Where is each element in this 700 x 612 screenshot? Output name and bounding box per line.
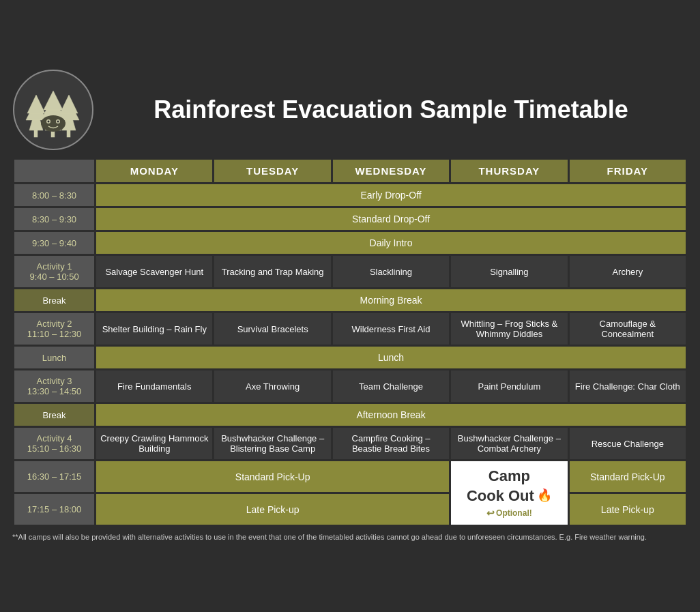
cookout-text: Cook Out bbox=[467, 486, 534, 506]
cell-activity4-wednesday: Campfire Cooking – Beastie Bread Bites bbox=[333, 428, 449, 459]
row-activity3: Activity 3 13:30 – 14:50 Fire Fundamenta… bbox=[14, 370, 686, 402]
camp-cookout-cell: Camp Cook Out 🔥 ↩ Optional! bbox=[451, 461, 567, 525]
time-break2: Break bbox=[14, 404, 94, 426]
camp-cookout-title: Camp bbox=[488, 467, 530, 486]
cell-activity1-tuesday: Tracking and Trap Making bbox=[214, 256, 330, 287]
time-activity4: Activity 4 15:10 – 16:30 bbox=[14, 428, 94, 459]
cell-activity3-friday: Fire Challenge: Char Cloth bbox=[570, 370, 686, 402]
cell-activity2-tuesday: Survival Bracelets bbox=[214, 313, 330, 345]
time-early-dropoff: 8:00 – 8:30 bbox=[14, 184, 94, 206]
row-lunch: Lunch Lunch bbox=[14, 347, 686, 368]
wednesday-header: WEDNESDAY bbox=[333, 160, 449, 182]
camp-cookout-content: Camp Cook Out 🔥 ↩ Optional! bbox=[455, 467, 563, 519]
cell-activity3-tuesday: Axe Throwing bbox=[214, 370, 330, 402]
cell-standard-dropoff: Standard Drop-Off bbox=[96, 208, 686, 230]
cell-afternoon-break: Afternoon Break bbox=[96, 404, 686, 426]
cell-activity3-wednesday: Team Challenge bbox=[333, 370, 449, 402]
row-activity1: Activity 1 9:40 – 10:50 Salvage Scavenge… bbox=[14, 256, 686, 287]
logo bbox=[12, 69, 94, 151]
svg-point-16 bbox=[48, 121, 50, 123]
cell-daily-intro: Daily Intro bbox=[96, 232, 686, 254]
time-activity1: Activity 1 9:40 – 10:50 bbox=[14, 256, 94, 287]
thursday-header: THURSDAY bbox=[451, 160, 567, 182]
cell-activity4-monday: Creepy Crawling Hammock Building bbox=[96, 428, 212, 459]
cell-activity3-monday: Fire Fundamentals bbox=[96, 370, 212, 402]
header: Rainforest Evacuation Sample Timetable bbox=[12, 69, 688, 151]
camp-text: Camp bbox=[488, 467, 530, 486]
camp-cookout-subtitle: Cook Out 🔥 bbox=[467, 486, 552, 506]
time-activity3: Activity 3 13:30 – 14:50 bbox=[14, 370, 94, 402]
cell-late-pickup-right: Late Pick-up bbox=[570, 494, 686, 525]
time-standard-dropoff: 8:30 – 9:30 bbox=[14, 208, 94, 230]
footnote: **All camps will also be provided with a… bbox=[12, 532, 688, 542]
row-standard-dropoff: 8:30 – 9:30 Standard Drop-Off bbox=[14, 208, 686, 230]
cell-activity2-wednesday: Wilderness First Aid bbox=[333, 313, 449, 345]
cell-activity1-monday: Salvage Scavenger Hunt bbox=[96, 256, 212, 287]
time-column-header bbox=[14, 160, 94, 182]
tuesday-header: TUESDAY bbox=[214, 160, 330, 182]
cell-activity4-tuesday: Bushwhacker Challenge – Blistering Base … bbox=[214, 428, 330, 459]
cell-activity3-thursday: Paint Pendulum bbox=[451, 370, 567, 402]
cell-activity2-thursday: Whittling – Frog Sticks & Whimmy Diddles bbox=[451, 313, 567, 345]
fire-icon: 🔥 bbox=[537, 488, 552, 504]
cell-standard-pickup-right: Standard Pick-Up bbox=[570, 461, 686, 492]
row-activity4: Activity 4 15:10 – 16:30 Creepy Crawling… bbox=[14, 428, 686, 459]
monday-header: MONDAY bbox=[96, 160, 212, 182]
time-break1: Break bbox=[14, 289, 94, 311]
page-title: Rainforest Evacuation Sample Timetable bbox=[94, 96, 688, 124]
cell-activity1-wednesday: Slacklining bbox=[333, 256, 449, 287]
cell-late-pickup-left: Late Pick-up bbox=[96, 494, 449, 525]
cell-morning-break: Morning Break bbox=[96, 289, 686, 311]
cell-lunch: Lunch bbox=[96, 347, 686, 368]
time-1715: 17:15 – 18:00 bbox=[14, 494, 94, 525]
cell-standard-pickup-left: Standard Pick-Up bbox=[96, 461, 449, 492]
time-daily-intro: 9:30 – 9:40 bbox=[14, 232, 94, 254]
header-row: MONDAY TUESDAY WEDNESDAY THURSDAY FRIDAY bbox=[14, 160, 686, 182]
svg-point-17 bbox=[57, 121, 59, 123]
cell-activity4-friday: Rescue Challenge bbox=[570, 428, 686, 459]
svg-point-13 bbox=[41, 115, 65, 132]
optional-label: Optional! bbox=[496, 508, 532, 519]
cell-activity2-friday: Camouflage & Concealment bbox=[570, 313, 686, 345]
main-container: Rainforest Evacuation Sample Timetable M… bbox=[5, 62, 695, 550]
row-afternoon-break: Break Afternoon Break bbox=[14, 404, 686, 426]
timetable: MONDAY TUESDAY WEDNESDAY THURSDAY FRIDAY… bbox=[12, 158, 688, 527]
cell-activity1-thursday: Signalling bbox=[451, 256, 567, 287]
row-daily-intro: 9:30 – 9:40 Daily Intro bbox=[14, 232, 686, 254]
svg-rect-12 bbox=[67, 129, 70, 137]
friday-header: FRIDAY bbox=[570, 160, 686, 182]
row-1715: 17:15 – 18:00 Late Pick-up Late Pick-up bbox=[14, 494, 686, 525]
time-1630: 16:30 – 17:15 bbox=[14, 461, 94, 492]
row-1630: 16:30 – 17:15 Standard Pick-Up Camp Cook… bbox=[14, 461, 686, 492]
row-morning-break: Break Morning Break bbox=[14, 289, 686, 311]
time-lunch: Lunch bbox=[14, 347, 94, 368]
cell-activity4-thursday: Bushwhacker Challenge – Combat Archery bbox=[451, 428, 567, 459]
cell-activity2-monday: Shelter Building – Rain Fly bbox=[96, 313, 212, 345]
cell-activity1-friday: Archery bbox=[570, 256, 686, 287]
arrow-optional: ↩ Optional! bbox=[486, 507, 532, 519]
time-activity2: Activity 2 11:10 – 12:30 bbox=[14, 313, 94, 345]
cell-early-dropoff: Early Drop-Off bbox=[96, 184, 686, 206]
arrow-icon: ↩ bbox=[486, 507, 495, 519]
row-activity2: Activity 2 11:10 – 12:30 Shelter Buildin… bbox=[14, 313, 686, 345]
svg-rect-4 bbox=[34, 129, 38, 137]
row-early-dropoff: 8:00 – 8:30 Early Drop-Off bbox=[14, 184, 686, 206]
